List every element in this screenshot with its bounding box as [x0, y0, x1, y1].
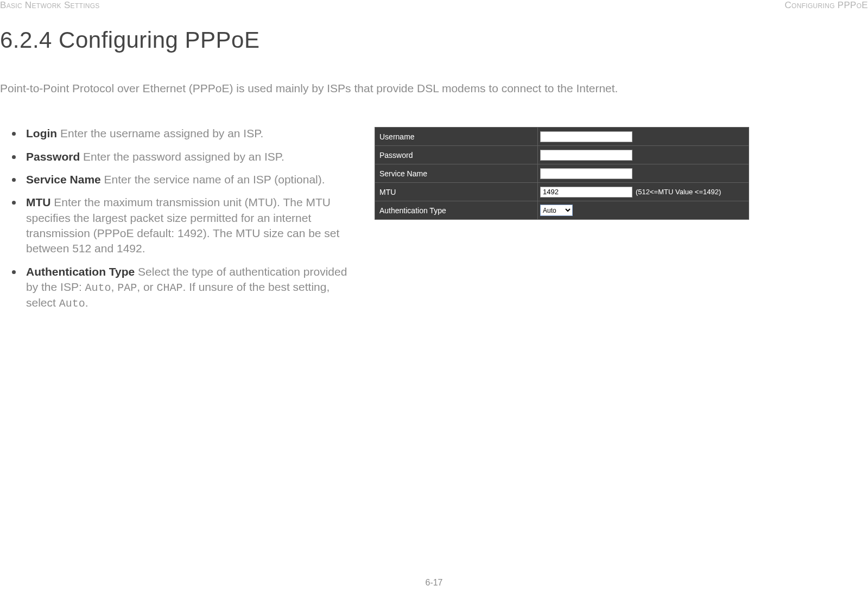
- code-auto-1: Auto: [85, 282, 111, 294]
- hint-mtu-range: (512<=MTU Value <=1492): [636, 188, 721, 196]
- row-auth-type: Authentication Type Auto: [375, 201, 749, 220]
- header-right: Configuring PPPoE: [785, 0, 868, 11]
- desc-mtu: Enter the maximum transmission unit (MTU…: [26, 196, 339, 254]
- term-mtu: MTU: [26, 196, 51, 208]
- bullet-service-name: Service Name Enter the service name of a…: [0, 172, 353, 187]
- header-left: Basic Network Settings: [0, 0, 100, 11]
- label-auth-type: Authentication Type: [375, 201, 538, 219]
- code-chap: CHAP: [156, 282, 182, 294]
- input-username[interactable]: [540, 131, 632, 142]
- term-service-name: Service Name: [26, 173, 101, 186]
- desc-password: Enter the password assigned by an ISP.: [80, 150, 284, 163]
- row-service-name: Service Name: [375, 164, 749, 183]
- page-number: 6-17: [0, 578, 868, 588]
- bullet-login: Login Enter the username assigned by an …: [0, 126, 353, 141]
- definition-list: Login Enter the username assigned by an …: [0, 126, 353, 311]
- term-login: Login: [26, 127, 57, 139]
- label-username: Username: [375, 128, 538, 145]
- row-username: Username: [375, 127, 749, 146]
- bullet-auth-type: Authentication Type Select the type of a…: [0, 264, 353, 311]
- page-title: 6.2.4 Configuring PPPoE: [0, 27, 868, 53]
- term-password: Password: [26, 150, 80, 163]
- select-auth-type[interactable]: Auto: [540, 205, 573, 216]
- label-mtu: MTU: [375, 183, 538, 201]
- input-mtu[interactable]: [540, 187, 632, 198]
- desc-service-name: Enter the service name of an ISP (option…: [101, 173, 325, 186]
- bullet-mtu: MTU Enter the maximum transmission unit …: [0, 195, 353, 256]
- term-auth-type: Authentication Type: [26, 265, 135, 278]
- desc-login: Enter the username assigned by an ISP.: [57, 127, 263, 139]
- bullet-password: Password Enter the password assigned by …: [0, 149, 353, 164]
- row-password: Password: [375, 146, 749, 164]
- input-password[interactable]: [540, 150, 632, 161]
- code-pap: PAP: [117, 282, 137, 294]
- label-service-name: Service Name: [375, 164, 538, 182]
- row-mtu: MTU (512<=MTU Value <=1492): [375, 183, 749, 201]
- input-service-name[interactable]: [540, 168, 632, 179]
- pppoe-config-panel: Username Password Service Name: [375, 127, 749, 220]
- code-auto-2: Auto: [59, 297, 85, 310]
- label-password: Password: [375, 146, 538, 164]
- intro-paragraph: Point-to-Point Protocol over Ethernet (P…: [0, 80, 868, 96]
